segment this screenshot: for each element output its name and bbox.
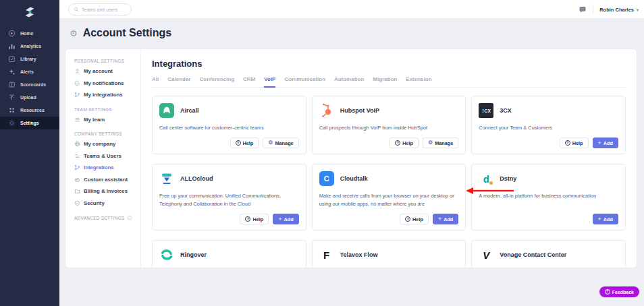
subnav-item-security[interactable]: Security [74, 197, 136, 210]
tab-conferencing[interactable]: Conferencing [199, 76, 234, 87]
branch-icon [74, 164, 80, 171]
feedback-label: Feedback [612, 290, 634, 295]
sidebar-item-label: Home [20, 31, 33, 36]
top-bar: Robin Charles ▾ [59, 0, 644, 19]
card-title: Ringover [180, 251, 207, 258]
settings-panel: PERSONAL SETTINGS My account My notifica… [65, 49, 637, 268]
sidebar-item-upload[interactable]: Upload [0, 91, 59, 104]
dstny-logo-icon: d [479, 171, 493, 186]
card-title: ALLOcloud [180, 175, 213, 182]
help-button[interactable]: ?Help [230, 137, 259, 148]
card-description: A modern, all-in platform for business c… [479, 192, 618, 200]
search-box[interactable] [68, 3, 132, 16]
subnav-item-label: My company [84, 141, 115, 147]
library-icon [8, 55, 16, 63]
integration-card-cloudtalk: C Cloudtalk Make and receive calls from … [312, 164, 466, 231]
aircall-logo-icon [159, 103, 174, 118]
question-icon: ? [565, 140, 570, 146]
sidebar-item-analytics[interactable]: Analytics [0, 40, 59, 53]
question-icon: ? [245, 216, 250, 222]
app-logo [0, 0, 59, 24]
gear-icon: ⚙ [268, 140, 273, 146]
subnav-item-integrations[interactable]: Integrations [74, 162, 136, 174]
integrations-content: Integrations All Calendar Conferencing C… [141, 49, 637, 268]
help-button[interactable]: ?Help [390, 137, 419, 148]
subnav-item-teams-users[interactable]: Teams & Users [74, 150, 136, 162]
card-title: Dstny [500, 175, 516, 182]
subnav-item-label: Custom assistant [84, 177, 128, 183]
add-button-cloudtalk[interactable]: +Add [433, 214, 458, 224]
manage-button[interactable]: ⚙Manage [423, 137, 458, 148]
subnav-item-my-team[interactable]: My team [74, 114, 136, 126]
notifications-icon [74, 80, 80, 86]
card-description: Free up your communication. Unified Comm… [159, 192, 299, 208]
tab-communication[interactable]: Communication [284, 76, 325, 87]
plus-icon: + [598, 140, 601, 146]
settings-subnav: PERSONAL SETTINGS My account My notifica… [65, 49, 141, 268]
hubspot-logo-icon [319, 103, 334, 118]
info-icon[interactable] [127, 215, 132, 220]
subnav-item-label: My account [84, 68, 113, 74]
team-icon [74, 117, 80, 123]
add-button[interactable]: +Add [593, 214, 618, 224]
scorecards-icon [8, 81, 16, 88]
3cx-logo-icon: 3CX [479, 103, 493, 118]
sidebar-nav: Home Analytics Library Alerts Scorecards… [0, 27, 59, 129]
sidebar-item-alerts[interactable]: Alerts [0, 65, 59, 78]
tab-extension[interactable]: Extension [406, 76, 431, 87]
chevron-down-icon: ▾ [637, 7, 639, 12]
integrations-heading: Integrations [152, 59, 626, 69]
user-menu[interactable]: Robin Charles ▾ [599, 7, 639, 13]
integration-card-aircall: Aircall Call center software for custome… [152, 96, 306, 154]
home-icon [8, 30, 16, 37]
subnav-item-my-account[interactable]: My account [74, 65, 136, 78]
section-personal-settings: PERSONAL SETTINGS [74, 59, 136, 63]
subnav-item-custom-assistant[interactable]: Custom assistant [74, 174, 136, 186]
tab-all[interactable]: All [152, 76, 159, 87]
subnav-item-my-integrations[interactable]: My integrations [74, 89, 136, 101]
add-button[interactable]: +Add [593, 137, 618, 148]
sidebar-item-label: Resources [20, 108, 45, 113]
subnav-item-my-notifications[interactable]: My notifications [74, 78, 136, 90]
assistant-icon [74, 177, 80, 183]
sidebar-item-resources[interactable]: Resources [0, 104, 59, 117]
tab-calendar[interactable]: Calendar [167, 76, 190, 87]
integration-tabs: All Calendar Conferencing CRM VoIP Commu… [152, 76, 626, 88]
ringover-logo-icon [159, 247, 174, 262]
card-title: Cloudtalk [340, 175, 368, 182]
plus-icon: + [598, 216, 601, 222]
subnav-item-my-company[interactable]: My company [74, 138, 136, 150]
page-title: Account Settings [83, 27, 172, 39]
feedback-button[interactable]: ? Feedback [599, 286, 639, 297]
topbar-divider [593, 5, 593, 14]
help-button[interactable]: ?Help [240, 214, 269, 224]
section-label: ADVANCED SETTINGS [74, 216, 125, 220]
manage-button[interactable]: ⚙Manage [263, 137, 298, 148]
sidebar-item-home[interactable]: Home [0, 27, 59, 40]
search-input[interactable] [82, 7, 126, 12]
subnav-item-billing-invoices[interactable]: Billing & Invoices [74, 185, 136, 197]
dstny-dot [489, 181, 493, 185]
chat-icon[interactable] [579, 5, 587, 13]
tab-voip[interactable]: VoIP [264, 76, 275, 87]
add-button[interactable]: +Add [273, 214, 298, 224]
help-button[interactable]: ?Help [400, 214, 429, 224]
card-title: Aircall [180, 107, 199, 114]
alerts-icon [8, 68, 16, 75]
card-title: Vonage Contact Center [500, 251, 566, 258]
sidebar-item-label: Analytics [20, 44, 41, 49]
help-button[interactable]: ?Help [560, 137, 589, 148]
subnav-item-label: My team [84, 117, 105, 123]
sidebar-item-label: Scorecards [20, 82, 46, 87]
tab-crm[interactable]: CRM [243, 76, 255, 87]
sidebar-item-scorecards[interactable]: Scorecards [0, 78, 59, 91]
sidebar-item-library[interactable]: Library [0, 53, 59, 65]
sidebar-item-settings[interactable]: Settings [0, 117, 59, 129]
card-description: Call prospects through VoIP from inside … [319, 124, 459, 131]
subnav-item-label: My notifications [84, 80, 124, 86]
telavox-logo-icon: F [319, 247, 334, 262]
subnav-item-label: Teams & Users [84, 153, 122, 159]
section-advanced-settings: ADVANCED SETTINGS [74, 215, 136, 220]
tab-migration[interactable]: Migration [373, 76, 397, 87]
tab-automation[interactable]: Automation [334, 76, 364, 87]
